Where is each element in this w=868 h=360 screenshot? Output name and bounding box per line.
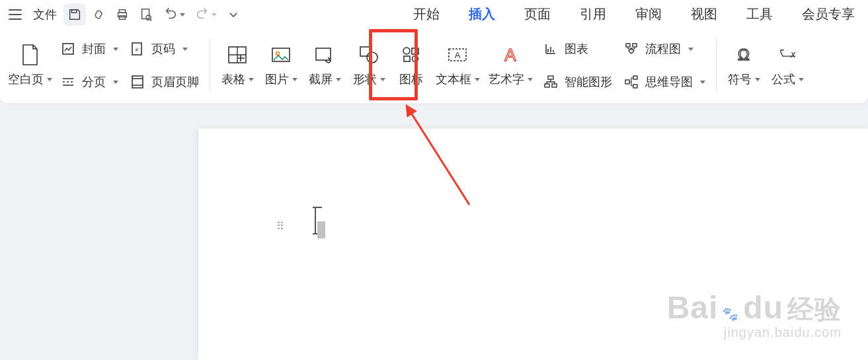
tab-review[interactable]: 审阅 <box>634 3 663 27</box>
blank-page-icon <box>20 44 40 66</box>
svg-rect-2 <box>119 10 125 13</box>
page-break-button[interactable]: 分页 <box>57 69 121 94</box>
equation-label: 公式 <box>771 71 795 87</box>
mindmap-icon <box>623 75 640 89</box>
symbol-icon: Ω <box>734 44 754 66</box>
flowchart-label: 流程图 <box>645 41 681 57</box>
textbox-label: 文本框 <box>436 71 471 87</box>
header-footer-icon <box>129 75 146 89</box>
tab-page[interactable]: 页面 <box>523 3 552 27</box>
chart-button[interactable]: 图表 <box>539 36 615 61</box>
qat-more-icon[interactable] <box>222 3 245 26</box>
ribbon-divider <box>716 38 717 92</box>
ribbon-tabs: 开始 插入 页面 引用 审阅 视图 工具 会员专享 <box>412 0 856 29</box>
header-footer-button[interactable]: 页眉页脚 <box>126 69 202 94</box>
wordart-button[interactable]: A 艺术字 <box>484 32 537 99</box>
page-number-label: 页码 <box>151 41 175 57</box>
smartart-icon <box>542 75 559 89</box>
smartart-label: 智能图形 <box>565 74 612 90</box>
svg-rect-28 <box>625 80 629 84</box>
chart-label: 图表 <box>565 41 588 57</box>
flowchart-icon <box>623 42 640 56</box>
link-icon[interactable] <box>87 3 110 26</box>
page-number-icon: # <box>129 42 146 56</box>
smartart-button[interactable]: 智能图形 <box>539 69 615 94</box>
textbox-button[interactable]: A 文本框 <box>431 32 484 99</box>
svg-rect-27 <box>633 44 637 47</box>
tab-view[interactable]: 视图 <box>690 3 719 27</box>
picture-button[interactable]: 图片 <box>259 32 303 99</box>
print-preview-icon[interactable] <box>135 3 157 26</box>
svg-rect-6 <box>63 44 73 54</box>
screenshot-button[interactable]: 截屏 <box>303 32 346 99</box>
svg-text:x: x <box>790 48 796 59</box>
shapes-label: 形状 <box>353 71 377 87</box>
svg-rect-29 <box>633 76 637 79</box>
tab-reference[interactable]: 引用 <box>578 3 608 27</box>
svg-text:Ω: Ω <box>738 46 750 63</box>
header-footer-label: 页眉页脚 <box>151 74 199 90</box>
svg-rect-25 <box>552 84 557 87</box>
svg-rect-17 <box>412 48 418 54</box>
shapes-button[interactable]: 形状 <box>346 32 391 99</box>
redo-button[interactable] <box>190 3 221 26</box>
symbol-button[interactable]: Ω 符号 <box>722 32 766 99</box>
equation-icon: x <box>776 44 799 66</box>
svg-text:A: A <box>504 45 516 65</box>
menu-icon[interactable] <box>4 3 26 26</box>
cover-icon <box>59 42 77 56</box>
svg-point-15 <box>367 52 377 63</box>
document-canvas[interactable]: ⠿ <box>198 129 868 360</box>
picture-label: 图片 <box>265 71 289 87</box>
table-button[interactable]: 表格 <box>216 32 259 99</box>
picture-icon <box>271 44 291 66</box>
ribbon-divider <box>210 38 210 92</box>
mindmap-button[interactable]: 思维导图 <box>620 69 708 94</box>
page-break-icon <box>59 75 77 89</box>
svg-rect-24 <box>545 84 549 87</box>
svg-point-19 <box>413 56 418 62</box>
file-menu[interactable]: 文件 <box>28 7 62 22</box>
mindmap-label: 思维导图 <box>645 74 693 90</box>
page-break-label: 分页 <box>82 74 106 90</box>
page-number-button[interactable]: # 页码 <box>126 36 202 61</box>
svg-rect-9 <box>132 76 143 88</box>
table-icon <box>227 44 247 66</box>
screenshot-icon <box>315 44 335 66</box>
chart-icon <box>542 42 559 56</box>
svg-rect-26 <box>626 44 630 47</box>
cover-label: 封面 <box>82 41 106 57</box>
wordart-icon: A <box>500 44 521 66</box>
icon-label: 图标 <box>399 71 423 87</box>
symbol-label: 符号 <box>728 71 752 87</box>
textbox-icon: A <box>446 44 469 66</box>
print-icon[interactable] <box>111 3 134 26</box>
tab-start[interactable]: 开始 <box>412 3 441 27</box>
blank-page-label: 空白页 <box>8 71 44 87</box>
svg-rect-3 <box>119 16 125 20</box>
blank-page-button[interactable]: 空白页 <box>5 32 54 99</box>
svg-rect-0 <box>71 10 76 13</box>
screenshot-label: 截屏 <box>309 71 333 87</box>
svg-rect-23 <box>548 76 553 79</box>
svg-rect-18 <box>404 56 410 61</box>
paragraph-handle-icon[interactable]: ⠿ <box>276 225 286 229</box>
svg-rect-4 <box>142 9 149 19</box>
ribbon-insert: 空白页 封面 分页 # 页码 页眉页脚 <box>0 29 868 103</box>
tab-insert[interactable]: 插入 <box>467 3 496 27</box>
tab-tools[interactable]: 工具 <box>745 3 774 27</box>
icon-gallery-icon <box>401 44 421 66</box>
icon-button[interactable]: 图标 <box>391 32 431 99</box>
save-icon[interactable] <box>63 3 86 26</box>
tab-member[interactable]: 会员专享 <box>801 3 856 27</box>
cover-button[interactable]: 封面 <box>57 36 121 61</box>
svg-rect-30 <box>633 85 637 88</box>
text-cursor <box>311 207 324 234</box>
svg-text:A: A <box>455 50 461 60</box>
flowchart-button[interactable]: 流程图 <box>620 36 708 61</box>
equation-button[interactable]: x 公式 <box>766 32 809 99</box>
undo-button[interactable] <box>159 3 189 26</box>
svg-point-12 <box>276 52 280 55</box>
svg-text:#: # <box>136 47 139 53</box>
table-label: 表格 <box>221 71 245 87</box>
